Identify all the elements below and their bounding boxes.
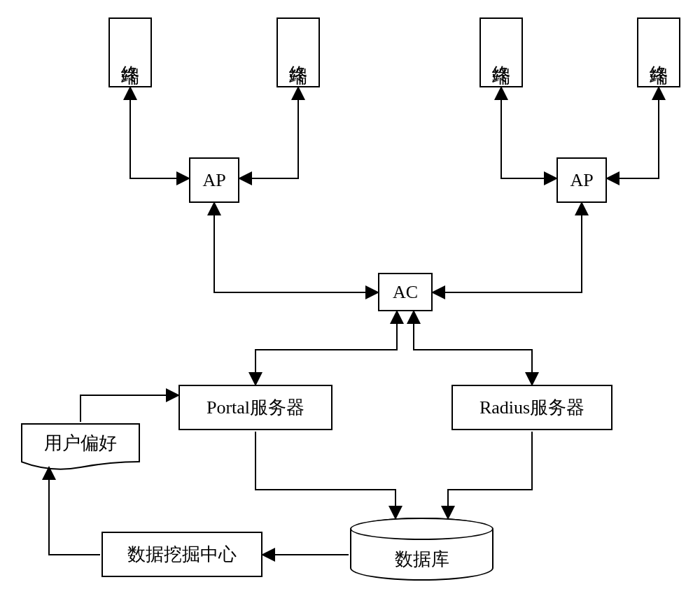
ap-left-label: AP — [202, 170, 225, 191]
user-preference-label: 用户偏好 — [44, 431, 117, 455]
radius-server: Radius服务器 — [451, 385, 612, 430]
terminal-4: 终端 — [637, 17, 680, 87]
database-label: 数据库 — [351, 547, 492, 572]
connector-wires — [0, 0, 700, 603]
terminal-1: 终端 — [108, 17, 152, 87]
radius-server-label: Radius服务器 — [479, 395, 584, 420]
ap-right-label: AP — [570, 170, 593, 191]
terminal-2: 终端 — [276, 17, 320, 87]
ap-right: AP — [556, 157, 607, 203]
data-mining-center-label: 数据挖掘中心 — [127, 542, 237, 567]
ac: AC — [378, 273, 433, 311]
terminal-3-label: 终端 — [489, 51, 514, 54]
user-preference: 用户偏好 — [21, 423, 140, 462]
terminal-3: 终端 — [479, 17, 523, 87]
database: 数据库 — [350, 518, 493, 581]
terminal-2-label: 终端 — [286, 51, 311, 54]
terminal-1-label: 终端 — [118, 51, 143, 54]
ac-label: AC — [393, 282, 418, 303]
ap-left: AP — [189, 157, 239, 203]
terminal-4-label: 终端 — [647, 51, 671, 54]
portal-server: Portal服务器 — [178, 385, 332, 430]
data-mining-center: 数据挖掘中心 — [102, 532, 262, 577]
portal-server-label: Portal服务器 — [206, 395, 304, 420]
